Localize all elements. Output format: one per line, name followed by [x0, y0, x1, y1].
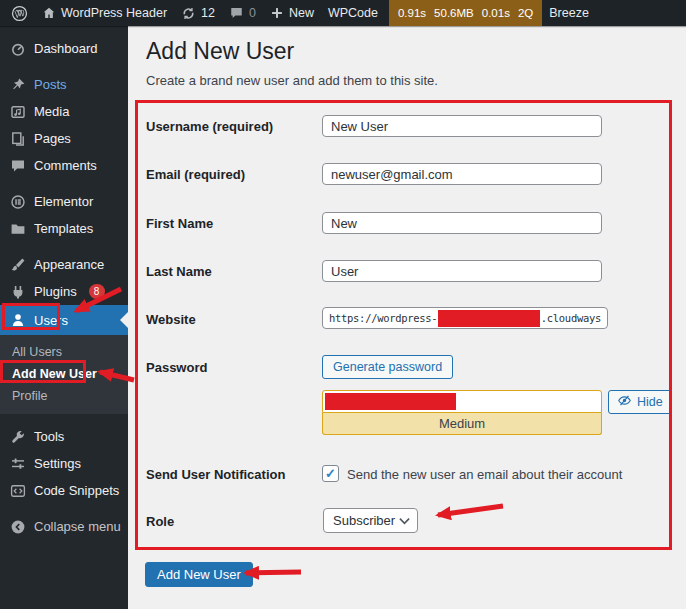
folder-icon	[9, 220, 26, 237]
settings-sliders-icon	[9, 455, 26, 472]
current-menu-arrow	[112, 312, 128, 328]
admin-sidebar: Dashboard Posts Media Pages Comments Ele…	[0, 26, 128, 609]
sidebar-item-collapse-menu[interactable]: Collapse menu	[0, 513, 128, 540]
submenu-item-add-new-user[interactable]: Add New User	[0, 363, 128, 385]
wpcode-label: WPCode	[328, 6, 378, 20]
first-name-input[interactable]: New	[322, 212, 602, 234]
page-subtitle: Create a brand new user and add them to …	[146, 73, 438, 88]
sidebar-item-media[interactable]: Media	[0, 98, 128, 125]
sidebar-item-comments[interactable]: Comments	[0, 152, 128, 179]
home-icon	[42, 6, 56, 20]
wordpress-logo-icon	[11, 5, 28, 22]
role-selected-value: Subscriber	[333, 513, 395, 528]
media-icon	[9, 103, 26, 120]
send-notification-checkbox-label: Send the new user an email about their a…	[347, 467, 622, 482]
submenu-item-profile[interactable]: Profile	[0, 385, 128, 407]
username-label: Username (required)	[146, 119, 273, 134]
sidebar-item-dashboard[interactable]: Dashboard	[0, 35, 128, 62]
admin-bar-updates[interactable]: 12	[174, 0, 222, 26]
checkmark-icon: ✓	[325, 466, 336, 481]
email-input[interactable]: newuser@gmail.com	[322, 163, 602, 185]
website-label: Website	[146, 312, 196, 327]
wordpress-admin-page: WordPress Header 12 0 New WPCode 0.91s 5…	[0, 0, 686, 609]
comment-bubble-icon	[9, 157, 26, 174]
password-label: Password	[146, 360, 207, 375]
website-value-suffix: .cloudways	[541, 312, 601, 324]
website-redaction-block	[438, 310, 539, 327]
role-select[interactable]: Subscriber	[323, 508, 418, 533]
paintbrush-icon	[9, 256, 26, 273]
page-title: Add New User	[146, 38, 294, 65]
admin-bar: WordPress Header 12 0 New WPCode 0.91s 5…	[0, 0, 686, 26]
pushpin-icon	[9, 76, 26, 93]
admin-bar-wpcode[interactable]: WPCode	[321, 0, 385, 26]
sidebar-item-users[interactable]: Users	[0, 305, 128, 335]
plugin-icon	[9, 283, 26, 300]
last-name-input[interactable]: User	[322, 260, 602, 282]
last-name-label: Last Name	[146, 264, 212, 279]
admin-bar-performance-stats[interactable]: 0.91s 50.6MB 0.01s 2Q	[389, 0, 542, 26]
perf-queries: 2Q	[518, 7, 533, 19]
hide-password-button[interactable]: Hide	[608, 390, 672, 414]
add-new-user-submit-button[interactable]: Add New User	[145, 562, 253, 587]
send-notification-label: Send User Notification	[146, 467, 285, 482]
eye-off-icon	[617, 394, 632, 410]
code-snippets-icon	[9, 482, 26, 499]
breeze-label: Breeze	[549, 6, 589, 20]
admin-bar-site-menu[interactable]: WordPress Header	[35, 0, 174, 26]
sidebar-item-code-snippets[interactable]: Code Snippets	[0, 477, 128, 504]
comments-icon	[229, 6, 244, 20]
sidebar-item-settings[interactable]: Settings	[0, 450, 128, 477]
hide-button-label: Hide	[637, 395, 663, 409]
admin-bar-new-menu[interactable]: New	[263, 0, 321, 26]
plugins-update-badge: 8	[89, 284, 105, 299]
sidebar-item-templates[interactable]: Templates	[0, 215, 128, 242]
password-strength-meter: Medium	[322, 413, 602, 435]
perf-time: 0.91s	[398, 7, 426, 19]
send-notification-checkbox[interactable]: ✓	[322, 465, 339, 482]
email-label: Email (required)	[146, 167, 245, 182]
generate-password-button[interactable]: Generate password	[322, 355, 453, 379]
wrench-icon	[9, 428, 26, 445]
site-name: WordPress Header	[61, 6, 167, 20]
sidebar-item-plugins[interactable]: Plugins 8	[0, 278, 128, 305]
wordpress-logo-menu[interactable]	[4, 0, 35, 26]
updates-icon	[181, 6, 196, 21]
role-label: Role	[146, 514, 174, 529]
password-redaction-block	[325, 393, 456, 410]
perf-query-time: 0.01s	[482, 7, 510, 19]
sidebar-item-appearance[interactable]: Appearance	[0, 251, 128, 278]
admin-bar-comments[interactable]: 0	[222, 0, 263, 26]
main-content: Add New User Create a brand new user and…	[128, 26, 686, 609]
plus-icon	[270, 6, 284, 20]
submenu-item-all-users[interactable]: All Users	[0, 341, 128, 363]
users-icon	[9, 312, 26, 329]
username-input[interactable]: New User	[322, 115, 602, 137]
sidebar-item-elementor[interactable]: Elementor	[0, 188, 128, 215]
new-label: New	[289, 6, 314, 20]
website-input[interactable]: https://wordpress- .cloudways	[322, 307, 608, 329]
admin-bar-breeze[interactable]: Breeze	[542, 0, 596, 26]
password-input[interactable]	[322, 390, 602, 413]
updates-count: 12	[201, 6, 215, 20]
chevron-down-icon	[399, 513, 410, 528]
sidebar-item-tools[interactable]: Tools	[0, 423, 128, 450]
users-submenu: All Users Add New User Profile	[0, 335, 128, 414]
comments-count: 0	[249, 6, 256, 20]
collapse-menu-icon	[9, 518, 26, 535]
sidebar-item-posts[interactable]: Posts	[0, 71, 128, 98]
pages-icon	[9, 130, 26, 147]
website-value-prefix: https://wordpress-	[329, 312, 437, 324]
perf-memory: 50.6MB	[434, 7, 474, 19]
elementor-icon	[9, 193, 26, 210]
first-name-label: First Name	[146, 216, 213, 231]
dashboard-icon	[9, 40, 26, 57]
sidebar-item-pages[interactable]: Pages	[0, 125, 128, 152]
